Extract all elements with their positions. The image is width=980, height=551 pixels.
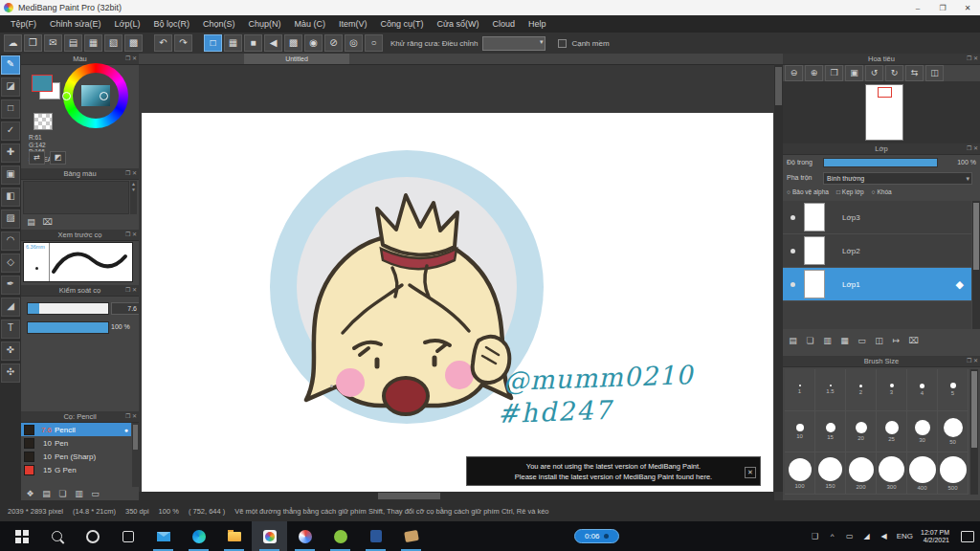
edge-app[interactable] — [181, 521, 216, 551]
brush-size-option[interactable]: 30 — [907, 411, 938, 453]
tool-bucket[interactable]: ◧ — [1, 187, 20, 207]
brush-list-scrollbar[interactable] — [132, 423, 139, 487]
tool-lasso[interactable]: ◠ — [1, 231, 20, 251]
layer-3[interactable]: Lớp3 ◆ — [783, 201, 971, 234]
panel-header-icons[interactable]: ❐ ✕ — [125, 230, 137, 240]
notification-center-icon[interactable] — [961, 531, 974, 542]
tool-brush[interactable]: ✎ — [1, 55, 20, 75]
maximize-button[interactable]: ❐ — [930, 0, 955, 15]
brush-size-option[interactable]: 500 — [938, 452, 969, 495]
select-rect-icon[interactable]: □ — [204, 34, 222, 52]
menu-color[interactable]: Màu (C) — [288, 19, 333, 29]
tray-volume-icon[interactable]: ◀ — [880, 532, 889, 540]
tray-display-icon[interactable]: ▭ — [845, 532, 855, 540]
soft-edge-checkbox[interactable] — [558, 39, 567, 48]
navigator-preview[interactable] — [783, 81, 980, 143]
layer-folder-new-icon[interactable]: ▦ — [838, 335, 851, 346]
nav-reset[interactable]: ⇆ — [905, 65, 924, 81]
brush-size-option[interactable]: 300 — [877, 452, 907, 495]
line-app[interactable] — [323, 521, 358, 551]
clipping-checkbox[interactable]: □Kẹp lớp — [836, 188, 864, 195]
tool-move[interactable]: ✚ — [1, 143, 20, 163]
task-view-button[interactable] — [110, 521, 145, 551]
layer-visibility-icon[interactable] — [791, 282, 795, 287]
tool-hand[interactable]: ✣ — [1, 364, 20, 383]
palette-new-icon[interactable]: ▤ — [25, 216, 37, 228]
brush-folder-icon[interactable]: ▭ — [89, 488, 101, 499]
brush-size-value[interactable]: 7.6 — [111, 302, 140, 315]
brush-size-slider[interactable] — [27, 302, 109, 315]
tool-eraser[interactable]: ◪ — [1, 77, 20, 97]
panel-header-icons[interactable]: ❐ ✕ — [967, 143, 978, 154]
select-expand-icon[interactable]: ▩ — [284, 34, 302, 52]
layer-folder-icon[interactable]: ▭ — [856, 335, 868, 346]
menu-file[interactable]: Tệp(F) — [4, 19, 43, 29]
palette-panel-header[interactable]: Bảng màu❐ ✕ — [21, 168, 139, 180]
select-ellipse-icon[interactable]: ○ — [365, 34, 383, 52]
alpha-protect-checkbox[interactable]: ○Bảo vệ alpha — [787, 188, 829, 195]
tool-shape-brush[interactable]: ▣ — [1, 165, 20, 185]
tool-select-pen[interactable]: ✓ — [1, 121, 20, 141]
nav-zoom-out[interactable]: ⊖ — [785, 65, 803, 81]
hue-handle[interactable] — [62, 92, 71, 100]
sv-handle[interactable] — [100, 92, 108, 100]
layer-visibility-icon[interactable] — [791, 215, 795, 220]
tool-text[interactable]: T — [1, 320, 20, 339]
word-app[interactable] — [358, 521, 393, 551]
brush-g-pen[interactable]: 15 G Pen ● — [21, 463, 131, 476]
tool-pen[interactable]: ✒ — [1, 276, 20, 295]
canvas-page[interactable]: @mumm0210 #hd247 — [142, 113, 773, 493]
layer-trash-icon[interactable]: ⌧ — [907, 335, 920, 346]
brush-size-option[interactable]: 2 — [846, 369, 877, 411]
panel-header-icons[interactable]: ❐ ✕ — [125, 54, 137, 64]
notification-close-icon[interactable]: ✕ — [745, 467, 756, 478]
palette-list[interactable] — [23, 181, 129, 214]
color-wheel[interactable] — [63, 63, 128, 128]
cloud-upload-icon[interactable]: ☁ — [4, 34, 22, 52]
taskbar-clock[interactable]: 12:07 PM 4/2/2021 — [921, 529, 949, 544]
tool-gradient[interactable]: ▨ — [1, 209, 20, 229]
nav-zoom-in[interactable]: ⊕ — [805, 65, 823, 81]
tool-operation[interactable]: ✜ — [1, 342, 20, 361]
deselect-icon[interactable]: ■ — [244, 34, 262, 52]
select-all-icon[interactable]: ▦ — [224, 34, 242, 52]
brush-size-option[interactable]: 50 — [938, 411, 969, 453]
brush-size-option[interactable]: 25 — [877, 411, 907, 453]
layers-header[interactable]: Lớp❐ ✕ — [783, 143, 980, 155]
brush-duplicate-icon[interactable]: ❏ — [56, 488, 69, 499]
export-icon[interactable]: ▩ — [124, 34, 143, 52]
menu-filter[interactable]: Bộ lọc(R) — [146, 19, 196, 29]
tray-network-icon[interactable]: ◢ — [862, 532, 872, 540]
nav-rotate-left[interactable]: ↺ — [865, 65, 883, 81]
select-round-icon[interactable]: ◉ — [304, 34, 323, 52]
menu-window[interactable]: Cửa sổ(W) — [431, 19, 486, 29]
tray-expand-icon[interactable]: ^ — [828, 532, 837, 540]
panel-header-icons[interactable]: ❐ ✕ — [967, 356, 978, 366]
material-icon[interactable]: ▧ — [104, 34, 122, 52]
brush-size-scrollbar[interactable] — [970, 369, 978, 495]
mail-app[interactable] — [145, 521, 181, 551]
brush-pen-sharp[interactable]: 10 Pen (Sharp) ● — [21, 450, 131, 463]
brush-pencil[interactable]: 7.6 Pencil ● — [21, 423, 131, 436]
layer-merge-icon[interactable]: ▥ — [821, 335, 834, 346]
brush-edit-icon[interactable]: ▥ — [73, 488, 85, 499]
tool-polygon[interactable]: ◇ — [1, 253, 20, 273]
brush-size-option[interactable]: 1 — [785, 369, 815, 411]
brush-size-option[interactable]: 400 — [907, 452, 938, 495]
layer-1[interactable]: Lớp1 ◆ — [783, 268, 971, 301]
layer-visibility-icon[interactable] — [791, 249, 795, 253]
color-transfer-icon[interactable]: ◩ — [50, 151, 66, 165]
brush-new-icon[interactable]: ▤ — [40, 488, 53, 499]
menu-item[interactable]: Item(V) — [332, 19, 374, 29]
brush-control-header[interactable]: Kiểm soát cọ❐ ✕ — [21, 285, 139, 297]
select-invert-icon[interactable]: ◀ — [264, 34, 282, 52]
palette-trash-icon[interactable]: ⌧ — [41, 216, 54, 228]
tool-eyedropper[interactable]: ◢ — [1, 298, 20, 317]
brush-opacity-slider[interactable] — [27, 321, 109, 334]
menu-snap[interactable]: Chụp(N) — [242, 19, 288, 29]
navigator-header[interactable]: Hoa tiêu❐ ✕ — [783, 54, 980, 65]
brush-size-option[interactable]: 15 — [815, 411, 846, 453]
menu-edit[interactable]: Chỉnh sửa(E) — [43, 19, 108, 29]
blend-mode-dropdown[interactable]: Bình thường — [823, 172, 972, 185]
brush-size-option[interactable]: 1.5 — [815, 369, 846, 411]
